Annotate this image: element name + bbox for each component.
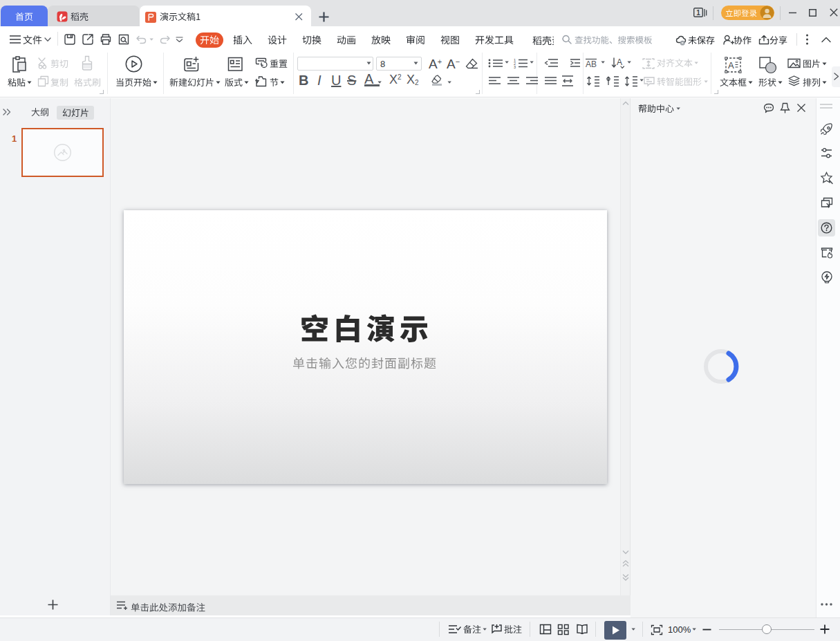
svg-text:A: A bbox=[617, 57, 622, 67]
svg-text:A: A bbox=[728, 60, 734, 71]
svg-text:3: 3 bbox=[514, 65, 516, 69]
svg-text:1: 1 bbox=[696, 9, 700, 17]
svg-text:AB: AB bbox=[586, 59, 597, 69]
